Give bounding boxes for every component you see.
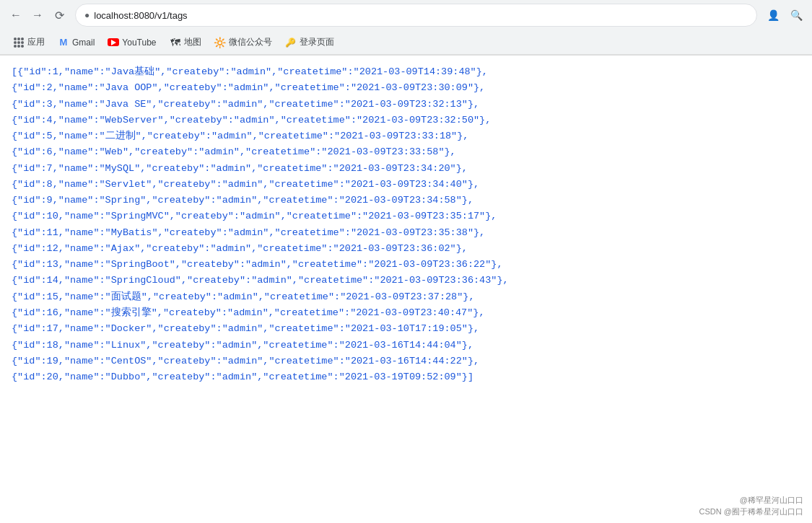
- address-bar[interactable]: [94, 10, 748, 21]
- lock-icon: ●: [84, 10, 90, 20]
- nav-buttons: ← → ⟳: [6, 5, 69, 25]
- browser-toolbar: ← → ⟳ ● 👤 🔍: [0, 0, 812, 30]
- bookmark-youtube[interactable]: YouTube: [102, 34, 162, 51]
- forward-button[interactable]: →: [27, 5, 48, 25]
- profile-button[interactable]: 👤: [763, 5, 783, 25]
- bookmark-wechat[interactable]: 🔆 微信公众号: [209, 33, 278, 51]
- json-content: [{"id":1,"name":"Java基础","createby":"adm…: [0, 56, 812, 523]
- browser-chrome: ← → ⟳ ● 👤 🔍 应用 M: [0, 0, 812, 56]
- gmail-icon: M: [58, 37, 69, 48]
- bookmark-wechat-label: 微信公众号: [229, 36, 272, 48]
- bookmark-youtube-label: YouTube: [122, 38, 156, 48]
- bookmark-apps-label: 应用: [27, 36, 45, 48]
- apps-grid-icon: [13, 37, 25, 48]
- youtube-icon: [108, 37, 119, 48]
- bookmark-maps[interactable]: 🗺 地图: [164, 33, 207, 51]
- bookmark-login[interactable]: 🔑 登录页面: [279, 33, 340, 51]
- wechat-icon: 🔆: [214, 37, 226, 48]
- bookmark-gmail-label: Gmail: [72, 38, 95, 48]
- bookmark-gmail[interactable]: M Gmail: [52, 34, 100, 51]
- login-icon: 🔑: [285, 37, 297, 48]
- bookmark-maps-label: 地图: [184, 36, 201, 48]
- search-button[interactable]: 🔍: [786, 5, 806, 25]
- toolbar-right: 👤 🔍: [763, 5, 806, 25]
- bookmark-login-label: 登录页面: [300, 36, 334, 48]
- back-button[interactable]: ←: [6, 5, 26, 25]
- bookmarks-bar: 应用 M Gmail YouTube 🗺 地图 🔆 微信公众号: [0, 30, 812, 55]
- address-bar-container: ●: [75, 4, 757, 27]
- bookmark-apps[interactable]: 应用: [7, 33, 51, 51]
- reload-button[interactable]: ⟳: [49, 5, 69, 25]
- maps-icon: 🗺: [170, 37, 181, 48]
